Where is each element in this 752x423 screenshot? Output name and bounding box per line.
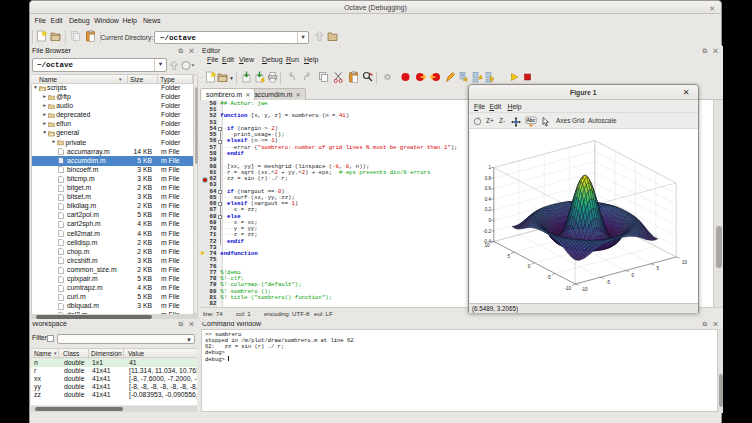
svg-text:0: 0 [488, 218, 491, 223]
svg-text:0.4: 0.4 [485, 197, 492, 202]
svg-text:-0.2: -0.2 [483, 229, 491, 234]
svg-text:-0.4: -0.4 [483, 239, 491, 244]
svg-text:5: 5 [657, 266, 660, 271]
svg-text:-10: -10 [564, 286, 571, 291]
svg-text:0: 0 [631, 273, 634, 278]
svg-text:-5: -5 [547, 275, 551, 280]
svg-text:-5: -5 [606, 280, 610, 285]
svg-text:-10: -10 [581, 287, 588, 292]
svg-text:0.8: 0.8 [485, 176, 492, 181]
svg-text:1: 1 [488, 165, 491, 170]
svg-text:0.2: 0.2 [485, 207, 492, 212]
svg-text:5: 5 [507, 254, 510, 259]
svg-text:0: 0 [528, 264, 531, 269]
svg-text:0.6: 0.6 [485, 186, 492, 191]
svg-text:10: 10 [682, 260, 688, 265]
svg-text:Abc: Abc [527, 118, 536, 123]
